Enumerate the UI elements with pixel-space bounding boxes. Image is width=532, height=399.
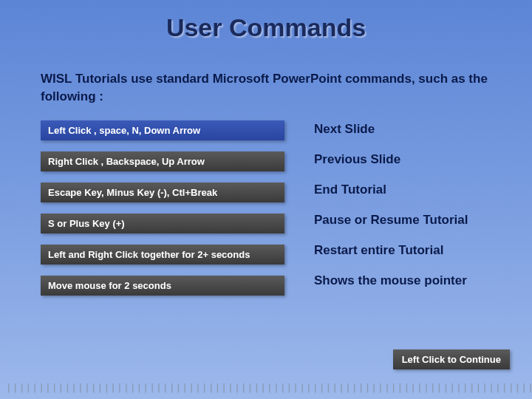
- description-item: Pause or Resume Tutorial: [314, 213, 495, 228]
- command-item: Move mouse for 2 seconds: [41, 276, 284, 296]
- description-item: Previous Slide: [314, 152, 495, 167]
- footer-ticks-left: ||||||||||||||||||||||||||||||||||||||||…: [6, 382, 532, 393]
- slide-title: User Commands: [0, 0, 532, 42]
- command-item: Right Click , Backspace, Up Arrow: [41, 151, 284, 171]
- command-item: Escape Key, Minus Key (-), Ctl+Break: [41, 183, 284, 202]
- content-area: Left Click , space, N, Down Arrow Right …: [0, 120, 532, 304]
- continue-button[interactable]: Left Click to Continue: [393, 349, 510, 369]
- description-item: Restart entire Tutorial: [314, 243, 495, 258]
- command-item: Left Click , space, N, Down Arrow: [41, 120, 284, 140]
- description-item: Next Slide: [314, 122, 495, 137]
- command-item: S or Plus Key (+): [41, 214, 284, 233]
- footer-bar: ||||||||||||||||||||||||||||||||||||||||…: [6, 382, 526, 393]
- descriptions-column: Next Slide Previous Slide End Tutorial P…: [284, 120, 495, 304]
- description-item: End Tutorial: [314, 183, 495, 197]
- description-item: Shows the mouse pointer: [314, 273, 495, 288]
- command-item: Left and Right Click together for 2+ sec…: [41, 245, 284, 265]
- intro-text: WISL Tutorials use standard Microsoft Po…: [41, 70, 495, 106]
- commands-column: Left Click , space, N, Down Arrow Right …: [41, 120, 284, 304]
